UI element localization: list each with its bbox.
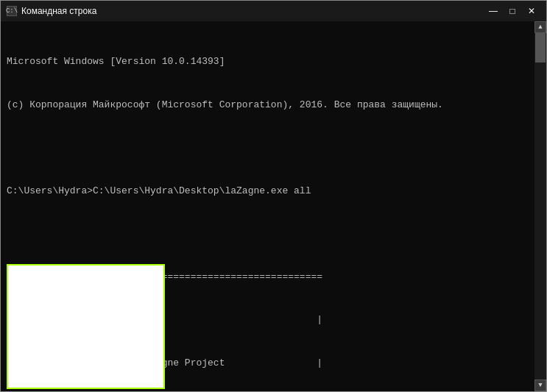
copyright-line: (c) Корпорация Майкрософт (Microsoft Cor… xyxy=(7,98,529,113)
scrollbar[interactable]: ▲ ▼ xyxy=(534,21,546,391)
blank-line-2 xyxy=(7,227,529,241)
cmd-icon: C:\ xyxy=(7,6,17,16)
scrollbar-track[interactable] xyxy=(535,33,546,379)
window-controls: — □ ✕ xyxy=(484,4,540,18)
command-line: C:\Users\Hydra>C:\Users\Hydra\Desktop\la… xyxy=(7,184,529,199)
minimize-button[interactable]: — xyxy=(484,4,502,18)
version-line: Microsoft Windows [Version 10.0.14393] xyxy=(7,54,529,69)
terminal-content[interactable]: Microsoft Windows [Version 10.0.14393] (… xyxy=(1,21,534,391)
blank-line-1 xyxy=(7,140,529,155)
terminal-area: Microsoft Windows [Version 10.0.14393] (… xyxy=(1,21,546,391)
scroll-down-arrow[interactable]: ▼ xyxy=(534,379,546,391)
cmd-window: C:\ Командная строка — □ ✕ Microsoft Win… xyxy=(0,0,547,392)
scroll-up-arrow[interactable]: ▲ xyxy=(534,21,546,33)
window-title: Командная строка xyxy=(21,6,96,16)
redacted-overlay xyxy=(7,264,165,389)
title-bar: C:\ Командная строка — □ ✕ xyxy=(1,1,546,21)
close-button[interactable]: ✕ xyxy=(523,4,540,18)
scrollbar-thumb[interactable] xyxy=(535,33,546,63)
maximize-button[interactable]: □ xyxy=(504,4,521,18)
title-bar-left: C:\ Командная строка xyxy=(7,6,96,16)
